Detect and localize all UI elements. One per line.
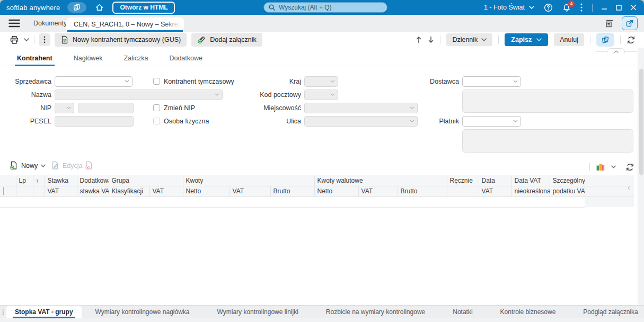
tab-dodatkowe[interactable]: Dodatkowe [168, 53, 204, 66]
tab-stopka-vat[interactable]: Stopka VAT - grupy [6, 306, 82, 318]
titlebar: softlab anywhere Otwórz w HTML Wyszukaj … [0, 0, 644, 15]
save-label: Zapisz [511, 36, 532, 43]
zmien-nip-checkbox[interactable] [153, 104, 160, 111]
col-nieokreslona[interactable]: nieokreślona [511, 186, 550, 196]
col-brutto[interactable]: Brutto [270, 186, 314, 196]
col-szczegolny[interactable]: Szczególny [550, 175, 585, 186]
sprzedawca-combo[interactable] [55, 76, 133, 87]
toolbar-divider [498, 35, 499, 44]
kod-pocztowy-combo[interactable] [304, 90, 338, 100]
dostawca-address-box [462, 90, 633, 113]
tab-active-document[interactable]: CEN, S_RACH1, 0 – Nowy – Sekretariat [66, 17, 184, 32]
col-lp-sub [16, 186, 33, 196]
close-button[interactable] [630, 4, 637, 11]
kontrahent-tymczasowy-checkbox[interactable] [153, 78, 160, 85]
print-icon[interactable] [10, 35, 19, 44]
col-stawka-vat[interactable]: Stawka [45, 175, 77, 186]
save-button[interactable]: Zapisz [505, 33, 548, 46]
group-kwoty[interactable]: Kwoty [183, 175, 314, 186]
chart-view-icon[interactable] [596, 163, 605, 171]
tab-kontrahent[interactable]: Kontrahent [16, 53, 54, 66]
kraj-combo[interactable] [304, 76, 338, 87]
new-temp-contractor-button[interactable]: Nowy kontrahent tymczasowy (GUS) [55, 33, 187, 47]
col-vat[interactable]: VAT [230, 186, 270, 196]
more-actions-button[interactable] [39, 33, 50, 46]
col-vat-walutowe[interactable]: VAT [358, 186, 398, 196]
journal-dropdown[interactable]: Dziennik [446, 33, 492, 46]
col-dodatkowa-stawka[interactable]: Dodatkowa [77, 175, 109, 186]
platnik-combo[interactable] [462, 116, 521, 127]
group-grupa[interactable]: Grupa [109, 175, 183, 186]
refresh-icon[interactable] [627, 35, 636, 44]
tab-notatki[interactable]: Notatki [439, 306, 486, 318]
grid-delete-button[interactable] [85, 161, 93, 170]
col-lp[interactable]: Lp [16, 175, 33, 186]
minimize-button[interactable] [601, 4, 607, 11]
ulica-combo[interactable] [304, 116, 418, 127]
col-dodatkowa-sub[interactable]: stawka VAT [77, 186, 109, 196]
scrollbar-thumb[interactable] [639, 69, 643, 175]
global-search-input[interactable]: Wyszukaj (Alt + Q) [263, 2, 387, 13]
grid-new-button[interactable]: Nowy [10, 161, 46, 170]
select-all-checkbox[interactable] [3, 187, 4, 195]
pesel-input[interactable] [55, 116, 134, 127]
pages-icon[interactable] [67, 2, 86, 13]
kebab-menu-icon[interactable] [580, 3, 583, 12]
label-ulica: Ulica [249, 116, 301, 127]
col-data-vat-nieokreslona[interactable]: Data VAT [511, 175, 550, 186]
col-netto-walutowe[interactable]: Netto [314, 186, 358, 196]
group-kwoty-walutowe[interactable]: Kwoty walutowe [314, 175, 447, 186]
col-stawka-vat-sub[interactable]: VAT [45, 186, 77, 196]
maximize-button[interactable] [616, 5, 622, 11]
tab-wymiary-linijki[interactable]: Wymiary kontrolingowe linijki [204, 306, 312, 318]
company-selector[interactable]: 1 - Foto Świat [484, 4, 534, 11]
tab-wymiary-naglowka[interactable]: Wymiary kontrolingowe nagłówka [82, 306, 204, 318]
col-recznie[interactable]: Ręcznie [447, 175, 479, 186]
expand-right-panel-icon[interactable]: ‹ [628, 183, 630, 192]
tabbar-handle-icon[interactable]: ⋮ [0, 306, 6, 318]
print-chevron-icon[interactable] [24, 38, 29, 41]
col-brutto-walutowe[interactable]: Brutto [398, 186, 447, 196]
tab-kontrole-biznesowe[interactable]: Kontrole biznesowe [487, 306, 570, 318]
pages-view-button[interactable] [596, 33, 614, 47]
sort-asc-icon[interactable]: ↑ [33, 175, 45, 186]
col-netto[interactable]: Netto [183, 186, 230, 196]
osoba-fizyczna-checkbox[interactable] [153, 118, 160, 124]
home-icon[interactable] [95, 3, 104, 12]
save-chevron-icon[interactable] [536, 38, 542, 41]
tab-zaliczka[interactable]: Zaliczka [123, 53, 149, 66]
grid-edit-button[interactable]: Edycja [51, 161, 83, 170]
tab-dokumenty[interactable]: Dokumenty [29, 15, 71, 32]
vertical-scrollbar[interactable] [638, 48, 644, 305]
grid-refresh-icon[interactable] [625, 163, 634, 172]
label-nazwa: Nazwa [5, 90, 51, 100]
document-list-icon[interactable] [605, 19, 614, 28]
tab-naglowek[interactable]: Nagłówek [73, 53, 104, 66]
open-html-button[interactable]: Otwórz w HTML [112, 2, 175, 14]
prev-record-icon[interactable] [416, 36, 422, 43]
tab-podglad-zalacznika[interactable]: Podgląd załącznika [569, 306, 644, 318]
nip-prefix-combo[interactable] [55, 103, 74, 113]
tab-rozbicie[interactable]: Rozbicie na wymiary kontrolingowe [312, 306, 439, 318]
col-podatku-vat[interactable]: podatku VAT [550, 186, 585, 196]
add-attachment-button[interactable]: Dodaj załącznik [191, 33, 262, 47]
col-grupa-vat[interactable]: VAT [149, 186, 183, 196]
open-external-button[interactable] [622, 16, 638, 30]
toolbar-divider [440, 35, 440, 44]
miejscowosc-combo[interactable] [304, 103, 418, 113]
chevron-down-icon [215, 93, 219, 96]
chart-chevron-icon[interactable] [611, 165, 616, 168]
cancel-button[interactable]: Anuluj [554, 33, 584, 46]
col-klasyfikacji[interactable]: Klasyfikacji [109, 186, 149, 196]
help-icon[interactable] [544, 3, 553, 12]
nip-input[interactable] [78, 103, 134, 113]
notifications-bell-icon[interactable]: 4 [562, 3, 571, 12]
action-toolbar: Nowy kontrahent tymczasowy (GUS) Dodaj z… [0, 32, 644, 48]
next-record-icon[interactable] [428, 36, 434, 43]
dostawca-combo[interactable] [462, 76, 521, 87]
hamburger-menu-icon[interactable] [8, 19, 20, 28]
nazwa-combo[interactable] [55, 90, 223, 100]
col-data-vat-sub[interactable]: VAT [479, 186, 511, 196]
vat-grid-toolbar: Nowy Edycja [0, 159, 644, 175]
col-data-vat[interactable]: Data [479, 175, 511, 186]
